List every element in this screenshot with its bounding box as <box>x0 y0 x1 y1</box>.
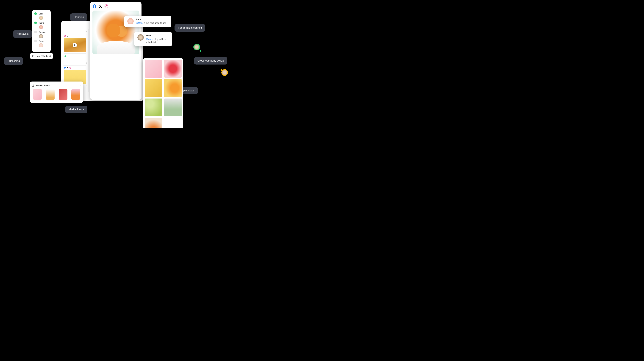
facebook-icon <box>92 4 96 8</box>
media-thumbnail[interactable] <box>46 89 54 101</box>
instagram-icon <box>104 4 108 8</box>
upload-icon[interactable] <box>32 84 34 87</box>
channel-icons <box>92 4 139 8</box>
instagram-icon <box>64 35 66 37</box>
svg-rect-5 <box>70 67 72 69</box>
comment-text: @Anna all good let's schedule it. <box>146 38 169 44</box>
approval-name: Anne <box>39 40 44 42</box>
scheduled-chip: Post scheduled <box>30 53 53 59</box>
mention[interactable]: @Anna <box>146 38 153 41</box>
publishing-label: Publishing <box>4 57 23 65</box>
gallery-thumbnail[interactable] <box>164 79 182 97</box>
comment-bubble: Anna @Mark is this post good to go? <box>124 16 172 27</box>
approval-row: Samuel <box>34 31 48 33</box>
check-icon <box>34 22 37 24</box>
play-icon <box>73 43 77 47</box>
post-thumbnail <box>64 38 86 52</box>
approvals-label: Approvals <box>13 30 32 38</box>
pending-icon <box>34 31 37 33</box>
comment-author: Anna <box>136 18 166 21</box>
media-thumbnail[interactable] <box>33 89 42 101</box>
x-icon <box>66 67 69 69</box>
approval-row: Anne <box>34 40 48 42</box>
gallery-thumbnail[interactable] <box>145 60 162 78</box>
approvals-card: Jack Ingrid Samuel Anne <box>32 10 51 52</box>
gallery-card <box>143 58 183 128</box>
comment-text: @Mark is this post good to go? <box>136 22 166 25</box>
x-icon <box>98 4 102 8</box>
check-icon <box>34 13 37 15</box>
cross-collab-label: Cross-company collab <box>194 57 227 65</box>
avatar <box>39 34 43 38</box>
cursor-icon <box>220 69 223 71</box>
avatar <box>39 25 43 29</box>
avatar <box>138 34 144 41</box>
cursor-icon <box>199 50 202 52</box>
mention[interactable]: @Mark <box>136 22 143 24</box>
scheduled-post[interactable] <box>62 34 87 58</box>
scheduled-text: Post scheduled <box>36 55 51 57</box>
clock-icon <box>32 55 34 57</box>
avatar <box>39 16 43 20</box>
comment-author: Mark <box>146 34 169 37</box>
facebook-icon <box>64 67 66 69</box>
calendar-cell[interactable]: 2 <box>61 29 88 61</box>
approval-name: Jack <box>39 13 43 15</box>
gallery-thumbnail[interactable] <box>164 99 182 116</box>
svg-point-2 <box>64 36 65 37</box>
gallery-thumbnail[interactable] <box>145 118 162 128</box>
media-library-card: Upload media ✕ <box>30 82 83 103</box>
gallery-thumbnail[interactable] <box>145 99 162 116</box>
tiktok-icon <box>66 35 69 37</box>
media-thumbnail[interactable] <box>72 89 80 101</box>
instagram-icon <box>69 67 72 69</box>
media-thumbnail[interactable] <box>59 89 68 101</box>
svg-point-9 <box>106 6 107 7</box>
svg-point-3 <box>65 36 66 36</box>
close-icon[interactable]: ✕ <box>79 84 81 87</box>
media-library-label: Media library <box>65 106 87 113</box>
approval-name: Samuel <box>39 31 46 33</box>
media-library-title: Upload media <box>36 84 50 87</box>
feedback-label: Feedback in context <box>174 24 205 32</box>
approval-row: Jack <box>34 13 48 15</box>
svg-point-6 <box>70 67 71 68</box>
planning-label: Planning <box>70 13 88 21</box>
calendar-date: 2 <box>86 31 87 33</box>
approval-row: Ingrid <box>34 22 48 24</box>
gallery-thumbnail[interactable] <box>145 79 162 97</box>
gallery-thumbnail[interactable] <box>164 60 182 78</box>
avatar <box>127 18 134 25</box>
svg-point-10 <box>107 5 108 6</box>
approval-name: Ingrid <box>39 22 44 24</box>
check-icon <box>64 55 66 57</box>
calendar-date: 9 <box>86 62 87 64</box>
comment-bubble: Mark @Anna all good let's schedule it. <box>134 32 172 47</box>
pending-icon <box>34 40 37 42</box>
avatar <box>39 43 43 47</box>
collaborator-cursor <box>194 44 200 50</box>
